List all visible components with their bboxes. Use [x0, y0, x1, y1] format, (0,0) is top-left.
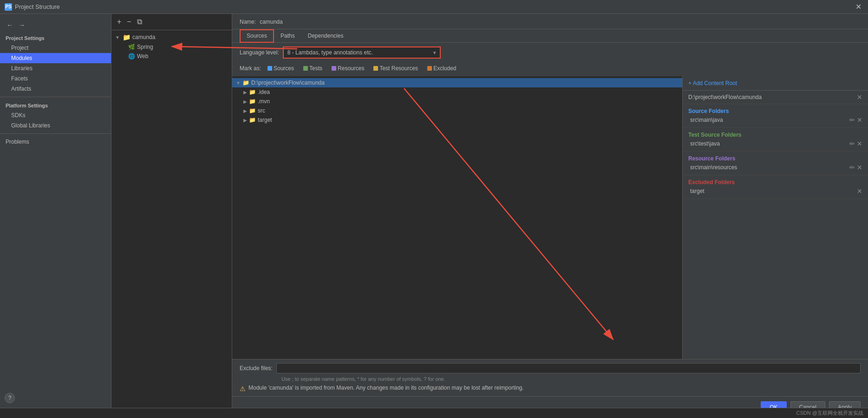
sidebar-divider: [0, 97, 111, 97]
test-source-folders-section: Test Source Folders src\test\java ✏ ✕: [683, 128, 868, 152]
delete-excluded-btn[interactable]: ✕: [857, 187, 862, 195]
test-source-folders-title: Test Source Folders: [688, 132, 862, 138]
file-item-root[interactable]: ▼ 📁 D:\project\workFlow\camunda: [232, 78, 682, 87]
mark-as-label: Mark as:: [240, 65, 261, 72]
add-module-button[interactable]: +: [115, 17, 123, 27]
sidebar-item-artifacts[interactable]: Artifacts: [0, 84, 111, 94]
copy-module-button[interactable]: ⧉: [135, 17, 144, 27]
file-item-target[interactable]: ▶ 📁 target: [232, 115, 682, 125]
warning-icon: ⚠: [240, 385, 246, 392]
bottom-area: Exclude files: Use ; to separate name pa…: [232, 359, 868, 396]
remove-root-button[interactable]: ✕: [857, 93, 862, 101]
delete-resource-btn[interactable]: ✕: [857, 164, 862, 171]
file-tree-area: ▼ 📁 D:\project\workFlow\camunda ▶ 📁 .ide…: [232, 76, 868, 359]
badge-dot-excluded: [427, 66, 432, 71]
tab-dependencies[interactable]: Dependencies: [301, 30, 350, 43]
module-tree: ▼ 📁 camunda 🌿 Spring 🌐 Web: [111, 30, 232, 418]
module-tree-panel: + − ⧉ ▼ 📁 camunda 🌿 Spring 🌐 Web: [111, 14, 232, 418]
remove-module-button[interactable]: −: [125, 17, 133, 27]
name-label: Name:: [240, 19, 256, 25]
edit-source-btn[interactable]: ✏: [849, 116, 855, 124]
add-content-root-button[interactable]: + Add Content Root: [688, 80, 737, 86]
source-folders-value: src\main\java ✏ ✕: [688, 116, 862, 124]
file-item-idea[interactable]: ▶ 📁 .idea: [232, 87, 682, 97]
excluded-edit-btns: ✕: [857, 187, 862, 195]
warning-text: Module 'camunda' is imported from Maven.…: [248, 385, 524, 391]
tree-item-spring[interactable]: 🌿 Spring: [111, 42, 232, 52]
nav-buttons: ← →: [0, 18, 111, 33]
sidebar-item-problems[interactable]: Problems: [0, 137, 111, 147]
close-button[interactable]: ✕: [854, 2, 863, 11]
sidebar-item-facets[interactable]: Facets: [0, 73, 111, 84]
sidebar: ← → Project Settings Project Modules Lib…: [0, 14, 111, 418]
main-content: Name: camunda Sources Paths Dependencies…: [232, 14, 868, 418]
delete-test-source-btn[interactable]: ✕: [857, 140, 862, 147]
src-folder-icon: 📁: [249, 107, 256, 114]
language-select[interactable]: 8 - Lambdas, type annotations etc. 7 - D…: [284, 47, 440, 58]
resource-folders-title: Resource Folders: [688, 155, 862, 162]
right-panel-path-row: D:\project\workFlow\camunda ✕: [683, 91, 868, 104]
mark-as-row: Mark as: Sources Tests Resources Test Re…: [232, 62, 868, 76]
right-panel: + Add Content Root D:\project\workFlow\c…: [682, 76, 868, 359]
forward-button[interactable]: →: [17, 20, 27, 30]
target-folder-icon: 📁: [249, 117, 256, 123]
title-bar-left: PS Project Structure: [5, 3, 60, 11]
tree-item-camunda[interactable]: ▼ 📁 camunda: [111, 32, 232, 42]
badge-dot-tests: [303, 66, 308, 71]
tree-toolbar: + − ⧉: [111, 14, 232, 30]
sidebar-divider-2: [0, 133, 111, 134]
mark-badge-test-resources[interactable]: Test Resources: [371, 64, 421, 73]
bottom-bar: CSDN @互联网全栈开发实战: [0, 408, 868, 418]
platform-settings-title: Platform Settings: [0, 100, 111, 110]
help-button[interactable]: ?: [5, 393, 15, 403]
idea-folder-icon: 📁: [249, 89, 256, 95]
language-row: Language level: 8 - Lambdas, type annota…: [232, 43, 868, 62]
title-bar: PS Project Structure ✕: [0, 0, 868, 14]
bottom-bar-text: CSDN @互联网全栈开发实战: [796, 410, 863, 417]
name-value: camunda: [260, 19, 282, 25]
tree-expand-target: ▶: [243, 118, 247, 123]
language-select-wrapper[interactable]: 8 - Lambdas, type annotations etc. 7 - D…: [283, 46, 441, 59]
delete-source-btn[interactable]: ✕: [857, 116, 862, 124]
sidebar-item-project[interactable]: Project: [0, 43, 111, 53]
mark-badge-sources[interactable]: Sources: [265, 64, 297, 73]
tab-paths[interactable]: Paths: [274, 30, 301, 43]
sidebar-item-global-libraries[interactable]: Global Libraries: [0, 120, 111, 131]
resource-folders-section: Resource Folders src\main\resources ✏ ✕: [683, 152, 868, 175]
source-folders-edit-btns: ✏ ✕: [849, 116, 862, 124]
tab-sources[interactable]: Sources: [240, 29, 274, 43]
right-panel-header: + Add Content Root: [683, 76, 868, 91]
warning-row: ⚠ Module 'camunda' is imported from Mave…: [240, 385, 861, 392]
tree-arrow-camunda: ▼: [115, 35, 121, 40]
source-folders-title: Source Folders: [688, 108, 862, 114]
tabs-row: Sources Paths Dependencies: [232, 29, 868, 43]
sidebar-item-sdks[interactable]: SDKs: [0, 110, 111, 120]
root-folder-icon: 📁: [242, 80, 249, 86]
mark-badge-excluded[interactable]: Excluded: [424, 64, 459, 73]
sidebar-item-libraries[interactable]: Libraries: [0, 63, 111, 73]
source-folders-section: Source Folders src\main\java ✏ ✕: [683, 104, 868, 128]
tree-expand-idea: ▶: [243, 90, 247, 95]
file-item-mvn[interactable]: ▶ 📁 .mvn: [232, 97, 682, 106]
exclude-hint: Use ; to separate name patterns, * for a…: [281, 376, 861, 382]
language-label: Language level:: [240, 49, 279, 56]
mark-badge-resources[interactable]: Resources: [329, 64, 367, 73]
tree-expand-root: ▼: [236, 80, 241, 86]
test-source-folders-value: src\test\java ✏ ✕: [688, 140, 862, 147]
web-icon: 🌐: [128, 53, 135, 60]
tree-expand-mvn: ▶: [243, 99, 247, 104]
excluded-folders-section: Excluded Folders target ✕: [683, 175, 868, 199]
exclude-files-label: Exclude files:: [240, 365, 273, 372]
exclude-row: Exclude files:: [240, 363, 861, 373]
edit-test-source-btn[interactable]: ✏: [849, 140, 855, 147]
tree-item-web[interactable]: 🌐 Web: [111, 52, 232, 61]
file-item-src[interactable]: ▶ 📁 src: [232, 106, 682, 115]
edit-resource-btn[interactable]: ✏: [849, 164, 855, 171]
window-title: Project Structure: [15, 3, 60, 10]
exclude-files-input[interactable]: [276, 363, 861, 373]
back-button[interactable]: ←: [5, 20, 15, 30]
app-icon: PS: [5, 3, 12, 11]
sidebar-item-modules[interactable]: Modules: [0, 53, 111, 63]
mark-badge-tests[interactable]: Tests: [300, 64, 325, 73]
name-row: Name: camunda: [232, 14, 868, 29]
